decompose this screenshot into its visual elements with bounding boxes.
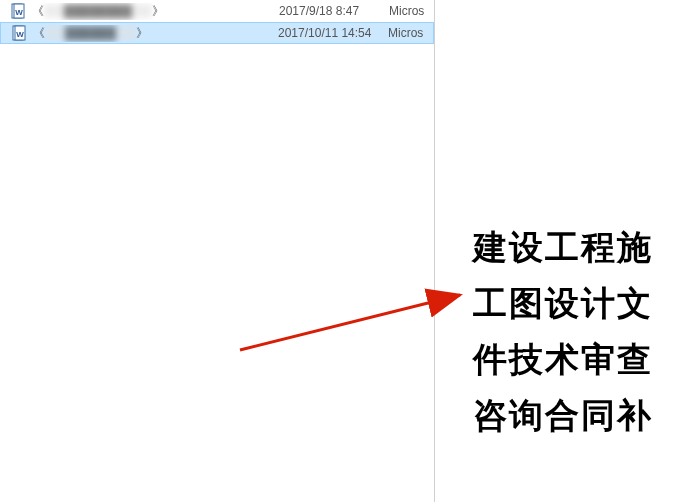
file-row[interactable]: W 《██████》 2017/10/11 14:54 Micros [0,22,434,44]
file-type: Micros [389,4,434,18]
file-list-pane: W 《████████》 2017/9/18 8:47 Micros W 《██… [0,0,435,502]
document-preview-text: 建设工程施工图设计文件技术审查咨询合同补 [473,220,678,444]
svg-text:W: W [16,30,24,39]
file-date: 2017/9/18 8:47 [279,4,389,18]
file-name: 《████████》 [32,3,279,20]
file-name: 《██████》 [33,25,278,42]
file-date: 2017/10/11 14:54 [278,26,388,40]
file-row[interactable]: W 《████████》 2017/9/18 8:47 Micros [0,0,434,22]
file-type: Micros [388,26,433,40]
word-doc-icon: W [10,3,26,19]
svg-text:W: W [15,8,23,17]
word-doc-icon: W [11,25,27,41]
